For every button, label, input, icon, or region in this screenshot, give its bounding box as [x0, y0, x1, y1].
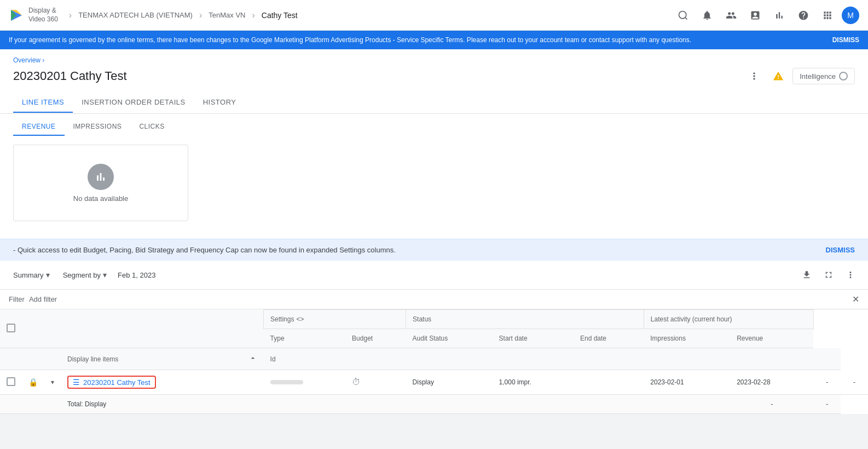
col-start-date: Start date [493, 329, 574, 348]
settings-code-icon: <> [296, 315, 304, 323]
highlighted-row-name[interactable]: ☰ 20230201 Cathy Test [67, 376, 156, 389]
chart-sub-tabs: REVENUE IMPRESSIONS CLICKS [13, 114, 855, 136]
display-line-items-label: Display line items [67, 355, 118, 363]
summary-chevron-icon: ▾ [46, 270, 50, 279]
users-icon[interactable] [721, 5, 741, 25]
notif-banner-text: - Quick access to edit Budget, Pacing, B… [13, 246, 396, 254]
row-name-cell[interactable]: ☰ 20230201 Cathy Test [61, 370, 242, 395]
lock-icon: 🔒 [28, 378, 38, 387]
page-title-actions: Intelligence [744, 66, 855, 86]
row-sort-cell [242, 370, 264, 395]
info-banner-text: If your agreement is governed by the onl… [9, 36, 691, 44]
help-icon[interactable] [794, 5, 813, 25]
settings-group-header: Settings <> [264, 310, 406, 329]
line-item-name[interactable]: 20230201 Cathy Test [83, 378, 151, 387]
chart-empty-box: No data available [13, 145, 188, 221]
row-checkbox-cell[interactable] [0, 370, 22, 395]
row-dropdown-cell[interactable]: ▾ [44, 370, 61, 395]
intelligence-label: Intelligence [800, 72, 836, 80]
schedule-icon: ⏱ [352, 377, 361, 387]
chart-tab-revenue[interactable]: REVENUE [13, 118, 65, 136]
row-schedule-cell: ⏱ [345, 370, 406, 395]
display-line-items-header [22, 310, 264, 348]
user-avatar[interactable]: M [842, 7, 859, 24]
breadcrumb-sep-3: › [252, 10, 254, 20]
expand-icon[interactable] [820, 266, 837, 284]
notif-dismiss-button[interactable]: DISMISS [826, 246, 855, 254]
filter-close-icon[interactable]: ✕ [852, 294, 859, 304]
total-row: Total: Display - - [0, 395, 868, 414]
total-label-cell: Total: Display [61, 395, 730, 414]
alert-icon[interactable] [768, 66, 788, 86]
row-end-date-cell: 2023-02-28 [730, 370, 813, 395]
search-icon[interactable] [673, 5, 693, 25]
row-chevron-icon[interactable]: ▾ [51, 378, 54, 386]
chart-tab-clicks[interactable]: CLICKS [130, 118, 173, 136]
total-revenue-cell: - [813, 395, 841, 414]
chart-empty-icon [88, 164, 114, 190]
summary-dropdown[interactable]: Summary ▾ [9, 268, 54, 281]
chart-tab-impressions[interactable]: IMPRESSIONS [65, 118, 131, 136]
table-container: Settings <> Status Latest activity (curr… [0, 309, 868, 414]
chart-empty-text: No data available [73, 194, 128, 203]
row-impressions-cell: - [813, 370, 841, 395]
logo-text: Display & Video 360 [28, 7, 58, 24]
intelligence-button[interactable]: Intelligence [792, 68, 855, 84]
notification-banner: - Quick access to edit Budget, Pacing, B… [0, 239, 868, 261]
total-empty-1 [22, 395, 44, 414]
sort-col[interactable] [242, 348, 264, 370]
type-col [345, 348, 492, 370]
id-bar [270, 380, 303, 384]
intelligence-toggle-icon [839, 72, 848, 80]
download-icon[interactable] [798, 266, 815, 284]
tab-line-items[interactable]: LINE ITEMS [13, 93, 73, 113]
breadcrumb-tenmax[interactable]: TENMAX ADTECH LAB (VIETNAM) [78, 11, 193, 19]
select-all-header[interactable] [0, 310, 22, 348]
status-col-1 [22, 348, 44, 370]
reports-icon[interactable] [745, 5, 765, 25]
info-banner: If your agreement is governed by the onl… [0, 31, 868, 49]
table-row: 🔒 ▾ ☰ 20230201 Cathy Test [0, 370, 868, 395]
segment-chevron-icon: ▾ [103, 270, 107, 279]
overview-link[interactable]: Overview › [13, 56, 44, 64]
svg-line-4 [685, 17, 687, 19]
total-check-cell [0, 395, 22, 414]
col-budget: Budget [345, 329, 406, 348]
notifications-icon[interactable] [697, 5, 717, 25]
row-checkbox[interactable] [7, 377, 15, 386]
tab-io-details[interactable]: INSERTION ORDER DETAILS [73, 93, 194, 113]
segment-by-dropdown[interactable]: Segment by ▾ [59, 268, 111, 281]
row-revenue-cell: - [841, 370, 868, 395]
table-toolbar: Summary ▾ Segment by ▾ Feb 1, 2023 [0, 261, 868, 290]
segment-by-label: Segment by [63, 271, 101, 279]
breadcrumb-tenmax-vn[interactable]: TenMax VN [209, 11, 245, 19]
breadcrumb-sep-2: › [199, 10, 202, 20]
apps-icon[interactable] [818, 5, 837, 25]
page-title: 20230201 Cathy Test [13, 69, 127, 83]
top-nav: Display & Video 360 › TENMAX ADTECH LAB … [0, 0, 868, 31]
logo-area[interactable]: Display & Video 360 [9, 7, 58, 24]
tab-history[interactable]: HISTORY [194, 93, 245, 113]
check-col [0, 348, 22, 370]
add-filter-button[interactable]: Add filter [29, 295, 57, 303]
row-audit-cell [574, 370, 644, 395]
filter-row: Filter Add filter ✕ [0, 290, 868, 309]
row-budget-cell: 1,000 impr. [493, 370, 574, 395]
row-lock-cell: 🔒 [22, 370, 44, 395]
more-vert-icon[interactable] [842, 266, 859, 284]
svg-point-3 [679, 11, 686, 18]
page-tabs: LINE ITEMS INSERTION ORDER DETAILS HISTO… [13, 93, 855, 113]
charts-icon[interactable] [769, 5, 789, 25]
total-impressions-cell: - [730, 395, 813, 414]
filter-label: Filter [9, 295, 25, 303]
status-col-2 [44, 348, 61, 370]
line-items-table: Settings <> Status Latest activity (curr… [0, 309, 868, 414]
dv360-logo-icon [9, 8, 24, 23]
more-options-icon[interactable] [744, 66, 764, 86]
info-banner-dismiss[interactable]: DISMISS [832, 36, 859, 44]
breadcrumb-sep-1: › [69, 10, 72, 20]
col-end-date: End date [574, 329, 644, 348]
breadcrumb-cathy-test: Cathy Test [262, 11, 298, 20]
select-all-checkbox[interactable] [7, 324, 15, 332]
date-label: Feb 1, 2023 [118, 271, 155, 279]
